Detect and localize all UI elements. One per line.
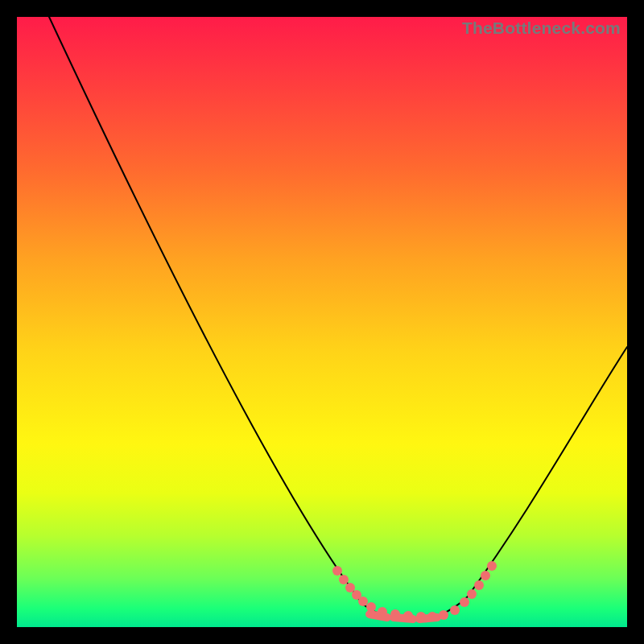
marker-dot	[345, 583, 355, 592]
marker-dot	[332, 566, 342, 576]
bottleneck-curve	[49, 17, 627, 621]
curve-svg	[17, 17, 627, 627]
marker-dot	[358, 597, 368, 606]
marker-dash	[419, 617, 437, 619]
highlight-markers	[332, 561, 497, 621]
marker-dash	[369, 614, 387, 617]
marker-dot	[474, 580, 484, 590]
marker-dash	[394, 617, 413, 619]
marker-dot	[467, 589, 477, 599]
marker-dot	[366, 602, 376, 612]
marker-dot	[481, 571, 490, 580]
marker-dot	[460, 597, 469, 607]
marker-dot	[487, 561, 497, 571]
chart-frame: TheBottleneck.com	[0, 0, 644, 644]
marker-dot	[450, 605, 460, 615]
marker-dot	[339, 575, 349, 584]
plot-area: TheBottleneck.com	[17, 17, 627, 627]
